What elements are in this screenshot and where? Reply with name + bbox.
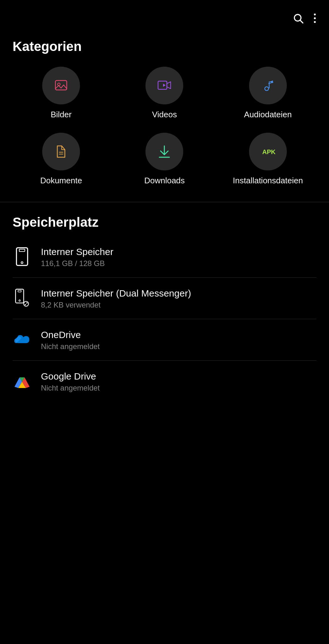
svg-point-18 [21,262,23,264]
internal-dual-storage-title: Interner Speicher (Dual Messenger) [41,287,316,299]
svg-rect-20 [18,291,21,292]
svg-point-4 [314,21,316,23]
storage-title: Speicherplatz [0,205,329,236]
installationsdateien-label: Installationsdateien [233,175,303,186]
bilder-icon-circle [42,67,80,104]
category-audiodateien[interactable]: Audiodateien [219,67,316,120]
svg-rect-17 [19,249,25,251]
svg-rect-19 [15,289,24,303]
audiodateien-label: Audiodateien [244,109,292,120]
videos-icon-circle [145,67,183,104]
onedrive-icon [13,330,31,349]
downloads-label: Downloads [144,175,185,186]
videos-label: Videos [152,109,177,120]
more-options-icon[interactable] [310,13,320,26]
audiodateien-icon-circle [249,67,287,104]
installationsdateien-icon-circle: APK [249,133,287,170]
storage-item-internal[interactable]: Interner Speicher 116,1 GB / 128 GB [0,236,329,277]
dokumente-label: Dokumente [40,175,82,186]
googledrive-text: Google Drive Nicht angemeldet [41,370,316,392]
onedrive-text: OneDrive Nicht angemeldet [41,329,316,351]
categories-title: Kategorien [0,33,329,64]
dokumente-icon-circle [42,133,80,170]
internal-storage-title: Interner Speicher [41,246,316,258]
svg-marker-9 [163,84,166,87]
bilder-label: Bilder [51,109,71,120]
svg-point-21 [19,300,20,302]
downloads-icon-circle [145,133,183,170]
header [0,0,329,33]
storage-item-googledrive[interactable]: Google Drive Nicht angemeldet [0,361,329,402]
svg-point-6 [58,83,60,86]
googledrive-subtitle: Nicht angemeldet [41,384,316,392]
svg-point-3 [314,17,316,19]
storage-item-onedrive[interactable]: OneDrive Nicht angemeldet [0,319,329,360]
svg-marker-8 [167,82,171,89]
onedrive-title: OneDrive [41,329,316,341]
internal-dual-storage-text: Interner Speicher (Dual Messenger) 8,2 K… [41,287,316,309]
svg-line-1 [300,20,303,23]
storage-item-internal-dual[interactable]: Interner Speicher (Dual Messenger) 8,2 K… [0,278,329,319]
category-videos[interactable]: Videos [116,67,213,120]
internal-storage-text: Interner Speicher 116,1 GB / 128 GB [41,246,316,268]
googledrive-title: Google Drive [41,370,316,382]
svg-rect-16 [16,248,27,265]
section-divider [0,202,329,202]
search-icon[interactable] [292,13,304,26]
internal-dual-storage-icon [13,289,31,308]
internal-storage-subtitle: 116,1 GB / 128 GB [41,259,316,268]
svg-point-2 [314,14,316,15]
categories-grid: Bilder Videos Audiodateien [0,64,329,199]
internal-dual-storage-subtitle: 8,2 KB verwendet [41,301,316,309]
internal-storage-icon [13,247,31,266]
category-dokumente[interactable]: Dokumente [13,133,110,186]
category-bilder[interactable]: Bilder [13,67,110,120]
category-downloads[interactable]: Downloads [116,133,213,186]
storage-list: Interner Speicher 116,1 GB / 128 GB Inte… [0,236,329,402]
svg-point-24 [26,303,28,304]
svg-point-22 [24,301,29,306]
svg-rect-5 [55,80,67,90]
svg-text:APK: APK [262,148,276,155]
svg-point-10 [265,87,269,91]
googledrive-icon [13,372,31,391]
category-installationsdateien[interactable]: APK Installationsdateien [219,133,316,186]
onedrive-subtitle: Nicht angemeldet [41,342,316,351]
svg-point-23 [25,304,26,305]
